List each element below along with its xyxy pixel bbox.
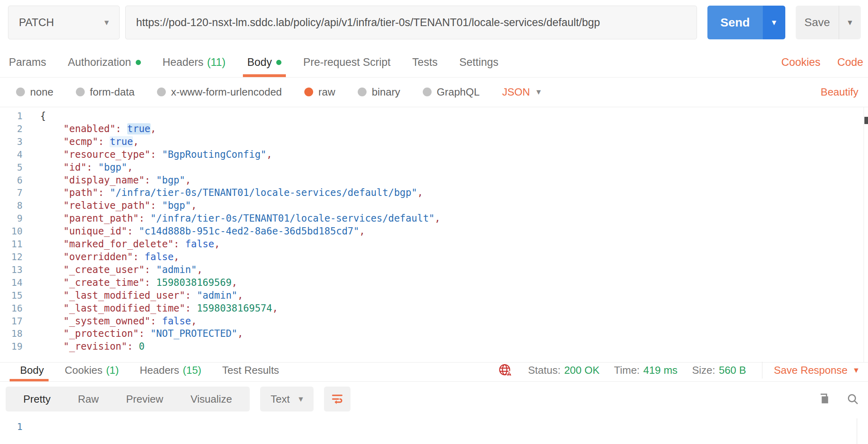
response-tab-test-results[interactable]: Test Results (212, 359, 290, 381)
view-pretty[interactable]: Pretty (10, 393, 64, 405)
code-line: 15 "_last_modified_user": "admin", (0, 289, 868, 302)
send-options-button[interactable]: ▾ (763, 6, 785, 39)
time-stat: Time: 419 ms (614, 364, 677, 377)
search-button[interactable] (846, 393, 859, 405)
line-number: 1 (0, 421, 22, 434)
radio-icon[interactable] (423, 88, 432, 96)
save-options-button[interactable]: ▾ (839, 6, 861, 39)
url-input[interactable]: https://pod-120-nsxt-lm.sddc.lab/policy/… (125, 6, 697, 39)
radio-icon[interactable] (16, 88, 25, 96)
mode-raw[interactable]: raw (304, 86, 335, 98)
request-body-editor[interactable]: 1{2 "enabled": true,3 "ecmp": true,4 "re… (0, 107, 868, 363)
line-number: 19 (0, 340, 22, 353)
beautify-link[interactable]: Beautify (821, 86, 858, 98)
green-dot-icon (136, 60, 141, 65)
code-link[interactable]: Code (837, 56, 863, 69)
code-line: 9 "parent_path": "/infra/tier-0s/TENANT0… (0, 212, 868, 225)
line-number: 1 (0, 110, 22, 123)
request-tabs: Params Authorization Headers(11) Body Pr… (0, 47, 868, 77)
response-headers-count: (15) (183, 364, 201, 377)
method-label: PATCH (19, 16, 54, 29)
mode-graphql[interactable]: GraphQL (423, 86, 480, 98)
send-button[interactable]: Send ▾ (707, 6, 785, 39)
method-selector[interactable]: PATCH ▾ (8, 6, 120, 39)
code-line: 2 "enabled": true, (0, 123, 868, 136)
save-button[interactable]: Save ▾ (796, 6, 861, 39)
code-line: 16 "_last_modified_time": 1598038169574, (0, 302, 868, 315)
line-number: 10 (0, 225, 22, 238)
body-mode-row: none form-data x-www-form-urlencoded raw… (0, 77, 868, 106)
mode-none[interactable]: none (16, 86, 53, 98)
tab-body[interactable]: Body (236, 47, 293, 77)
view-preview[interactable]: Preview (112, 393, 177, 405)
save-response-button[interactable]: Save Response ▾ (774, 364, 858, 377)
response-body-viewer[interactable]: 1 (0, 418, 868, 444)
response-toolbar: Pretty Raw Preview Visualize Text ▾ (6, 387, 859, 411)
size-stat: Size: 560 B (692, 364, 746, 377)
format-selector[interactable]: Text ▾ (260, 387, 314, 411)
cookies-link[interactable]: Cookies (781, 56, 821, 69)
chevron-down-icon: ▾ (299, 394, 303, 404)
line-number: 18 (0, 328, 22, 340)
tab-headers[interactable]: Headers(11) (152, 47, 236, 77)
response-scroll-track (857, 418, 857, 444)
code-line: 1{ (0, 110, 868, 123)
mode-x-www-form-urlencoded[interactable]: x-www-form-urlencoded (157, 86, 282, 98)
copy-icon (817, 393, 830, 405)
chevron-down-icon: ▾ (104, 17, 109, 28)
view-visualize[interactable]: Visualize (177, 393, 246, 405)
line-number: 7 (0, 187, 22, 200)
line-number: 13 (0, 264, 22, 277)
size-value: 560 B (719, 364, 746, 377)
line-number: 4 (0, 149, 22, 161)
send-label[interactable]: Send (707, 6, 763, 39)
code-line: 4 "resource_type": "BgpRoutingConfig", (0, 149, 868, 161)
editor-scrollbar[interactable] (864, 117, 868, 124)
postman-window: PATCH ▾ https://pod-120-nsxt-lm.sddc.lab… (0, 0, 868, 444)
response-tab-cookies[interactable]: Cookies(1) (54, 359, 129, 381)
headers-count: (11) (207, 56, 226, 69)
radio-icon[interactable] (76, 88, 85, 96)
tab-pre-request-script[interactable]: Pre-request Script (292, 47, 401, 77)
line-number: 8 (0, 200, 22, 212)
chevron-down-icon: ▾ (536, 87, 541, 97)
code-line: 10 "unique_id": "c14d888b-951c-4ed2-8a6e… (0, 225, 868, 238)
request-code-lines: 1{2 "enabled": true,3 "ecmp": true,4 "re… (0, 110, 868, 353)
network-warning-icon[interactable] (498, 363, 513, 377)
cookies-count: (1) (106, 364, 119, 377)
code-line: 13 "_create_user": "admin", (0, 264, 868, 277)
response-actions (817, 393, 859, 405)
line-number: 12 (0, 251, 22, 264)
wrap-lines-button[interactable] (324, 387, 350, 411)
tab-authorization[interactable]: Authorization (57, 47, 152, 77)
line-number: 17 (0, 315, 22, 328)
tab-params[interactable]: Params (9, 47, 57, 77)
radio-icon[interactable] (358, 88, 367, 96)
view-raw[interactable]: Raw (64, 393, 112, 405)
save-label[interactable]: Save (796, 6, 839, 39)
response-tab-headers[interactable]: Headers(15) (129, 359, 212, 381)
copy-button[interactable] (817, 393, 830, 405)
response-header: Body Cookies(1) Headers(15) Test Results… (0, 359, 868, 382)
mode-binary[interactable]: binary (358, 86, 400, 98)
response-tab-body[interactable]: Body (10, 359, 54, 381)
green-dot-icon (276, 60, 281, 65)
mode-form-data[interactable]: form-data (76, 86, 134, 98)
view-switcher: Pretty Raw Preview Visualize (6, 387, 250, 411)
tab-settings[interactable]: Settings (448, 47, 509, 77)
code-line: 12 "overridden": false, (0, 251, 868, 264)
line-number: 14 (0, 277, 22, 289)
radio-selected-icon[interactable] (304, 88, 313, 96)
language-selector[interactable]: JSON ▾ (502, 86, 541, 98)
code-line: 7 "path": "/infra/tier-0s/TENANT01/local… (0, 187, 868, 200)
line-number: 3 (0, 136, 22, 149)
response-code-lines: 1 (0, 421, 868, 434)
code-line: 19 "_revision": 0 (0, 340, 868, 353)
code-line: 5 "id": "bgp", (0, 161, 868, 174)
line-number: 5 (0, 161, 22, 174)
code-line: 14 "_create_time": 1598038169569, (0, 277, 868, 289)
radio-icon[interactable] (157, 88, 166, 96)
chevron-down-icon: ▾ (848, 17, 852, 28)
status-value: 200 OK (564, 364, 599, 377)
tab-tests[interactable]: Tests (401, 47, 448, 77)
